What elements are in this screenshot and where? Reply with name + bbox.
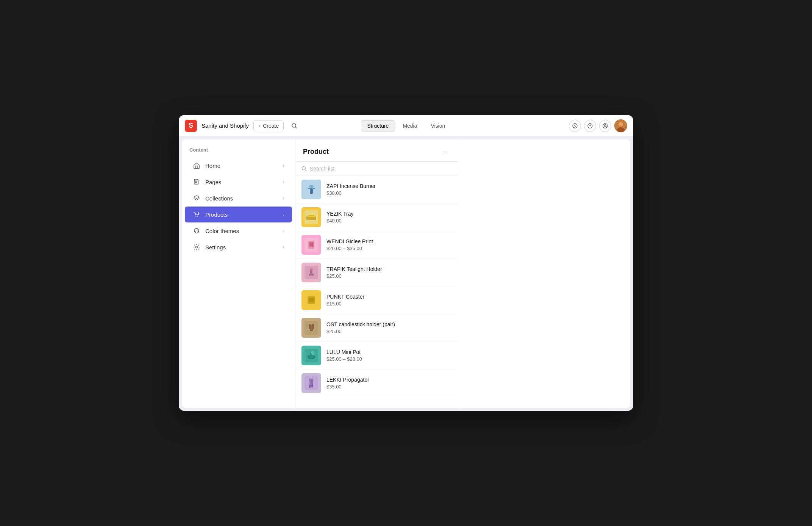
product-thumbnail — [301, 318, 321, 338]
sidebar-item-settings[interactable]: Settings › — [185, 239, 292, 255]
product-thumbnail — [301, 180, 321, 199]
list-item[interactable]: LEKKI Propagator $35.00 — [295, 369, 458, 397]
svg-rect-26 — [308, 188, 315, 189]
product-price: $25.00 — [326, 273, 452, 279]
panel-title: Product — [303, 148, 329, 156]
product-name: WENDI Giclee Print — [326, 238, 452, 244]
product-thumbnail — [301, 290, 321, 310]
product-price: $20.00 – $35.00 — [326, 246, 452, 251]
user-icon-button[interactable] — [599, 120, 611, 132]
product-info: WENDI Giclee Print $20.00 – $35.00 — [326, 238, 452, 251]
app-logo: S — [185, 120, 197, 132]
svg-rect-27 — [310, 189, 313, 194]
product-info: ZAPI Incense Burner $30.00 — [326, 183, 452, 196]
product-price: $35.00 — [326, 384, 452, 390]
sidebar: Content Home › — [182, 139, 295, 408]
product-name: ZAPI Incense Burner — [326, 183, 452, 189]
color-themes-chevron: › — [283, 228, 284, 233]
sidebar-item-pages[interactable]: Pages › — [185, 174, 292, 190]
product-info: PUNKT Coaster $15.00 — [326, 294, 452, 307]
list-item[interactable]: LULU Mini Pot $25.00 – $28.00 — [295, 342, 458, 369]
sidebar-home-label: Home — [205, 163, 283, 169]
global-search-button[interactable] — [288, 120, 300, 132]
topbar: S Sanity and Shopify + Create Structure … — [179, 115, 633, 136]
list-item[interactable]: YEZIK Tray $40.00 — [295, 204, 458, 231]
list-item[interactable]: TRAFIK Tealight Holder $25.00 — [295, 259, 458, 286]
product-name: LULU Mini Pot — [326, 349, 452, 355]
product-list: ZAPI Incense Burner $30.00 — [295, 176, 458, 408]
product-info: YEZIK Tray $40.00 — [326, 211, 452, 224]
svg-rect-55 — [311, 379, 313, 388]
sidebar-item-home[interactable]: Home › — [185, 158, 292, 174]
product-search-input[interactable] — [310, 166, 452, 172]
product-info: LEKKI Propagator $35.00 — [326, 377, 452, 390]
product-search-bar — [295, 162, 458, 176]
topbar-left: S Sanity and Shopify + Create — [185, 120, 332, 132]
settings-icon — [192, 243, 201, 251]
svg-rect-43 — [309, 298, 314, 302]
topbar-nav: Structure Media Vision — [332, 120, 479, 132]
svg-rect-48 — [312, 324, 314, 329]
create-button[interactable]: + Create — [253, 121, 284, 131]
product-thumbnail — [301, 207, 321, 227]
product-thumbnail — [301, 235, 321, 255]
home-chevron: › — [283, 163, 284, 168]
detail-panel — [458, 139, 630, 408]
user-avatar[interactable] — [614, 119, 627, 132]
products-chevron: › — [283, 212, 284, 217]
help-icon-button[interactable] — [584, 120, 596, 132]
products-icon — [192, 210, 201, 219]
svg-point-40 — [310, 268, 313, 271]
svg-point-6 — [604, 124, 606, 126]
collections-icon — [192, 194, 201, 202]
sidebar-settings-label: Settings — [205, 244, 283, 250]
list-item[interactable]: PUNKT Coaster $15.00 — [295, 286, 458, 314]
lightning-icon-button[interactable] — [569, 120, 581, 132]
product-thumbnail — [301, 346, 321, 365]
product-name: OST candlestick holder (pair) — [326, 321, 452, 327]
svg-rect-57 — [309, 379, 310, 385]
app-window: S Sanity and Shopify + Create Structure … — [179, 115, 633, 411]
topbar-right — [480, 119, 627, 132]
pages-icon — [192, 178, 201, 186]
tab-structure[interactable]: Structure — [361, 120, 395, 132]
sidebar-item-color-themes[interactable]: Color themes › — [185, 223, 292, 239]
tab-vision[interactable]: Vision — [425, 121, 451, 131]
pages-chevron: › — [283, 179, 284, 185]
collections-chevron: › — [283, 196, 284, 201]
panel-header: Product ··· — [295, 139, 458, 162]
product-name: YEZIK Tray — [326, 211, 452, 217]
sidebar-section-title: Content — [182, 147, 295, 157]
settings-chevron: › — [283, 244, 284, 250]
list-item[interactable]: OST candlestick holder (pair) $25.00 — [295, 314, 458, 342]
svg-point-22 — [196, 246, 198, 248]
sidebar-pages-label: Pages — [205, 179, 283, 185]
svg-rect-13 — [195, 181, 197, 182]
svg-point-4 — [590, 127, 590, 127]
svg-point-17 — [197, 216, 198, 217]
svg-rect-10 — [195, 166, 198, 168]
svg-point-19 — [196, 229, 197, 229]
list-item[interactable]: WENDI Giclee Print $20.00 – $35.00 — [295, 231, 458, 259]
svg-point-21 — [198, 231, 198, 232]
svg-line-1 — [295, 127, 297, 128]
svg-point-28 — [309, 185, 314, 188]
sidebar-item-products[interactable]: Products › — [185, 207, 292, 222]
product-name: LEKKI Propagator — [326, 377, 452, 383]
product-thumbnail — [301, 263, 321, 282]
tab-media[interactable]: Media — [397, 121, 423, 131]
svg-rect-32 — [308, 215, 314, 216]
svg-line-24 — [305, 170, 307, 171]
svg-rect-56 — [310, 385, 313, 386]
svg-point-16 — [196, 216, 197, 217]
svg-rect-47 — [309, 324, 311, 329]
list-item[interactable]: ZAPI Incense Burner $30.00 — [295, 176, 458, 204]
more-button[interactable]: ··· — [440, 146, 450, 157]
sidebar-color-themes-label: Color themes — [205, 228, 283, 234]
product-info: OST candlestick holder (pair) $25.00 — [326, 321, 452, 334]
color-themes-icon — [192, 227, 201, 235]
sidebar-item-collections[interactable]: Collections › — [185, 190, 292, 206]
product-price: $25.00 — [326, 329, 452, 334]
svg-point-8 — [618, 122, 623, 127]
product-price: $15.00 — [326, 301, 452, 307]
